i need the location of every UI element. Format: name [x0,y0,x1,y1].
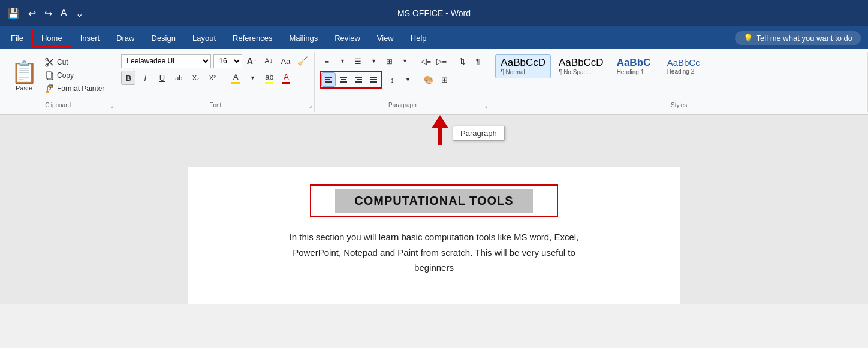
ribbon: 📋 Paste Cut Copy Format Painter Clipboar… [0,49,868,115]
menu-item-insert[interactable]: Insert [72,30,108,46]
borders-button[interactable]: ⊞ [437,72,451,87]
menu-item-design[interactable]: Design [143,30,184,46]
undo-icon[interactable]: ↩ [26,8,38,19]
style-normal[interactable]: AaBbCcD ¶ Normal [495,54,551,78]
font-color-dropdown[interactable]: ▼ [245,71,260,85]
style-heading1[interactable]: AaBbC Heading 1 [611,54,659,78]
style-nospace-label: ¶ No Spac... [559,69,592,75]
sort-button[interactable]: ⇅ [455,54,469,68]
numbering-dropdown[interactable]: ▼ [366,54,381,68]
font-size-select[interactable]: 16 [213,54,242,68]
increase-indent-button[interactable]: ▷≡ [434,54,448,68]
style-normal-label: ¶ Normal [501,69,525,75]
paste-button[interactable]: 📋 Paste [8,55,40,98]
tell-me-box[interactable]: 💡 Tell me what you want to do [735,31,861,45]
multilevel-list-button[interactable]: ⊞ [382,54,396,68]
redo-icon[interactable]: ↪ [43,8,54,19]
menu-item-home[interactable]: Home [32,29,72,47]
font-color-button[interactable]: A [228,71,243,85]
dropdown-icon[interactable]: ⌄ [74,8,85,19]
underline-button[interactable]: U [155,71,169,85]
paragraph-tooltip: Paragraph [453,126,505,141]
show-marks-button[interactable]: ¶ [471,54,485,68]
decrease-indent-button[interactable]: ◁≡ [418,54,433,68]
strikethrough-button[interactable]: ab [171,71,186,85]
svg-rect-5 [325,77,332,78]
line-spacing-dropdown[interactable]: ▼ [400,72,415,87]
format-painter-button[interactable]: Format Painter [42,83,107,95]
multilevel-dropdown[interactable]: ▼ [397,54,412,68]
align-left-button[interactable] [321,72,336,87]
highlight-color-stripe [265,82,273,84]
menu-item-review[interactable]: Review [326,30,369,46]
align-left-icon [324,75,333,84]
change-case-button[interactable]: Aa [278,54,293,68]
align-right-button[interactable] [351,72,366,87]
quick-access-toolbar[interactable]: 💾 ↩ ↪ A ⌄ [6,8,85,19]
bullets-button[interactable]: ≡ [320,54,334,68]
styles-group: AaBbCcD ¶ Normal AaBbCcD ¶ No Spac... Aa… [490,52,868,112]
highlight-color-button[interactable]: ab [262,71,276,85]
menu-item-view[interactable]: View [369,30,402,46]
align-center-button[interactable] [336,72,351,87]
svg-rect-6 [325,79,330,80]
grow-font-button[interactable]: A↑ [245,54,259,68]
svg-point-1 [46,64,48,66]
shrink-font-button[interactable]: A↓ [261,54,276,68]
menu-item-help[interactable]: Help [402,30,435,46]
document-page: COMPUTATIONAL TOOLS In this section you … [188,167,680,304]
font-group-label: Font [116,102,314,108]
style-normal-preview: AaBbCcD [501,57,545,69]
shading-button[interactable]: 🎨 [421,72,436,87]
svg-rect-3 [46,72,52,78]
para-row-1: ≡ ▼ ☰ ▼ ⊞ ▼ ◁≡ ▷≡ ⇅ ¶ [320,54,485,68]
clipboard-group: 📋 Paste Cut Copy Format Painter Clipboar… [0,52,116,112]
menu-item-references[interactable]: References [224,30,281,46]
svg-rect-12 [357,79,362,80]
font-expand-icon[interactable]: ⌟ [309,102,312,108]
menu-item-draw[interactable]: Draw [108,30,143,46]
arrow-shaft [438,128,442,145]
para-row-2: ↕ ▼ 🎨 ⊞ [320,71,451,89]
svg-rect-16 [370,81,377,83]
style-heading2-preview: AaBbCc [667,58,700,68]
svg-rect-9 [341,79,346,80]
copy-label: Copy [57,71,74,80]
alignment-section [320,71,382,89]
lightbulb-icon: 💡 [743,34,753,43]
annotation-area: Paragraph [0,115,868,149]
numbering-button[interactable]: ☰ [351,54,365,68]
styles-row: AaBbCcD ¶ Normal AaBbCcD ¶ No Spac... Aa… [495,54,709,78]
font-family-select[interactable]: Leelawadee UI [121,54,211,68]
bullets-dropdown[interactable]: ▼ [335,54,349,68]
bold-button[interactable]: B [121,71,135,85]
arrow-annotation [432,115,448,145]
menu-item-file[interactable]: File [2,30,32,46]
document-title-wrapper: COMPUTATIONAL TOOLS [310,184,557,217]
align-justify-button[interactable] [366,72,381,87]
style-no-spacing[interactable]: AaBbCcD ¶ No Spac... [553,54,609,78]
subscript-button[interactable]: X₂ [188,71,203,85]
scissors-icon [45,58,55,67]
save-icon[interactable]: 💾 [6,8,22,19]
clear-format-button[interactable]: 🧹 [295,54,309,68]
paragraph-expand-icon[interactable]: ⌟ [485,102,487,108]
tell-me-text: Tell me what you want to do [757,34,852,43]
clipboard-expand-icon[interactable]: ⌟ [111,102,113,108]
text-color-button[interactable]: A [279,71,293,85]
document-body: In this section you will learn basic com… [290,229,579,276]
italic-button[interactable]: I [138,71,152,85]
svg-rect-13 [355,81,362,83]
menu-item-layout[interactable]: Layout [184,30,224,46]
menu-item-mailings[interactable]: Mailings [281,30,327,46]
clipboard-right: Cut Copy Format Painter [42,55,107,95]
style-heading2[interactable]: AaBbCc Heading 2 [662,55,710,78]
copy-button[interactable]: Copy [42,69,107,81]
svg-rect-14 [370,77,377,78]
line-spacing-button[interactable]: ↕ [385,72,399,87]
format-icon[interactable]: A [59,8,69,19]
cut-button[interactable]: Cut [42,56,107,68]
superscript-button[interactable]: X² [205,71,219,85]
document-area: COMPUTATIONAL TOOLS In this section you … [0,149,868,304]
svg-rect-8 [340,77,347,78]
